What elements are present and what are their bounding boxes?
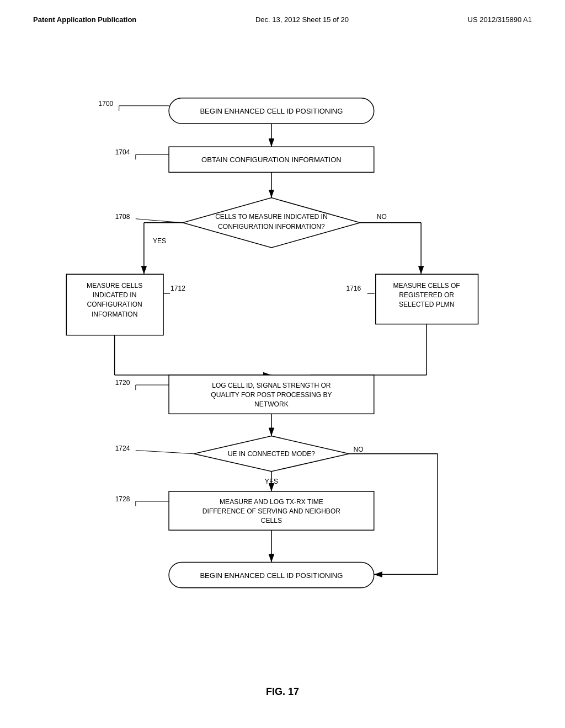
- node-measure-plmn-label1: MEASURE CELLS OF: [393, 282, 460, 290]
- node-end-label: BEGIN ENHANCED CELL ID POSITIONING: [200, 571, 343, 580]
- figure-label: FIG. 17: [266, 686, 299, 698]
- header-date-sheet: Dec. 13, 2012 Sheet 15 of 20: [255, 15, 349, 24]
- node-obtain-label: OBTAIN CONFIGURATION INFORMATION: [201, 156, 342, 164]
- node-measure-config-label4: INFORMATION: [92, 311, 137, 318]
- node-diamond1-label1: CELLS TO MEASURE INDICATED IN: [215, 213, 328, 221]
- node-measure-log-label3: CELLS: [261, 517, 282, 524]
- node-measure-log-label1: MEASURE AND LOG TX-RX TIME: [220, 498, 323, 506]
- flowchart-svg: BEGIN ENHANCED CELL ID POSITIONING 1700 …: [33, 72, 532, 673]
- label-1720: 1720: [115, 379, 130, 387]
- label-1712: 1712: [170, 285, 185, 292]
- node-diamond2-label: UE IN CONNECTED MODE?: [228, 450, 315, 458]
- label-1704: 1704: [115, 148, 130, 156]
- label-1708: 1708: [115, 213, 130, 221]
- node-measure-plmn-label3: SELECTED PLMN: [399, 301, 454, 308]
- page-header: Patent Application Publication Dec. 13, …: [33, 15, 532, 24]
- node-diamond1-label2: CONFIGURATION INFORMATION?: [218, 223, 325, 231]
- node-measure-log-label2: DIFFERENCE OF SERVING AND NEIGHBOR: [202, 507, 340, 515]
- header-publication: Patent Application Publication: [33, 15, 136, 24]
- label-1724: 1724: [115, 445, 130, 452]
- svg-line-21: [136, 451, 194, 454]
- svg-line-7: [136, 219, 183, 223]
- node-measure-plmn-label2: REGISTERED OR: [399, 291, 454, 299]
- node-measure-config-label1: MEASURE CELLS: [87, 282, 142, 290]
- node-measure-config-label3: CONFIGURATION: [87, 301, 142, 308]
- node-measure-config-label2: INDICATED IN: [93, 291, 136, 299]
- label-1716: 1716: [347, 285, 361, 292]
- no-label-2: NO: [354, 446, 364, 453]
- header-patent-number: US 2012/315890 A1: [468, 15, 532, 24]
- node-start-label: BEGIN ENHANCED CELL ID POSITIONING: [200, 107, 343, 115]
- no-label-1: NO: [377, 213, 387, 221]
- node-log-cell-label1: LOG CELL ID, SIGNAL STRENGTH OR: [212, 382, 331, 389]
- node-log-cell-label2: QUALITY FOR POST PROCESSING BY: [211, 391, 332, 399]
- yes-label: YES: [153, 237, 166, 245]
- label-1728: 1728: [115, 495, 130, 503]
- label-1700: 1700: [99, 100, 114, 108]
- flowchart-container: BEGIN ENHANCED CELL ID POSITIONING 1700 …: [33, 72, 532, 673]
- node-log-cell-label3: NETWORK: [254, 400, 289, 408]
